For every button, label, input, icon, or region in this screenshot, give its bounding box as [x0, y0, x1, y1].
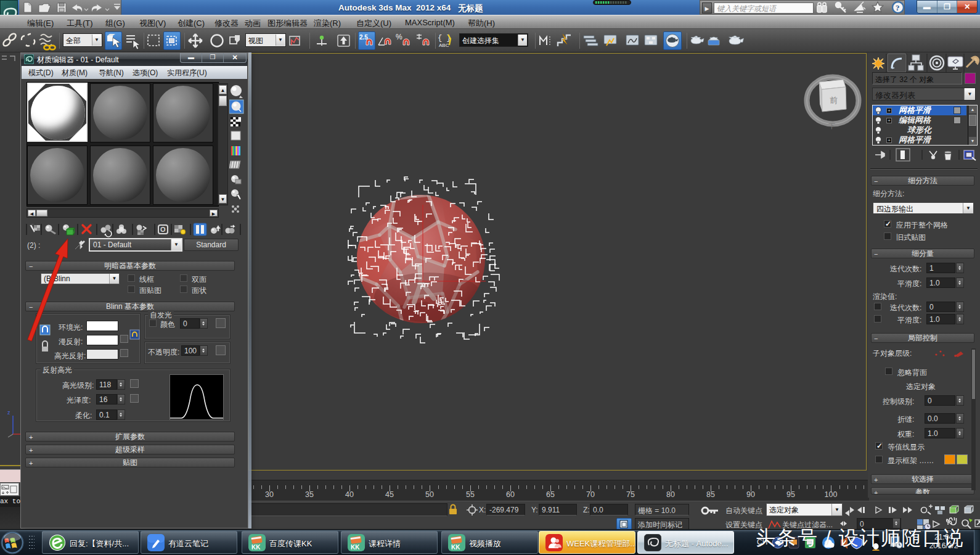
svg-text:z: z — [7, 409, 10, 416]
svg-text:KK: KK — [351, 544, 360, 551]
svg-text:?: ? — [896, 3, 900, 12]
svg-text:KK: KK — [251, 544, 261, 551]
svg-text:O: O — [160, 226, 166, 233]
svg-text:KK: KK — [451, 544, 460, 551]
svg-text:ABC: ABC — [439, 43, 449, 48]
svg-text:%: % — [396, 33, 402, 41]
